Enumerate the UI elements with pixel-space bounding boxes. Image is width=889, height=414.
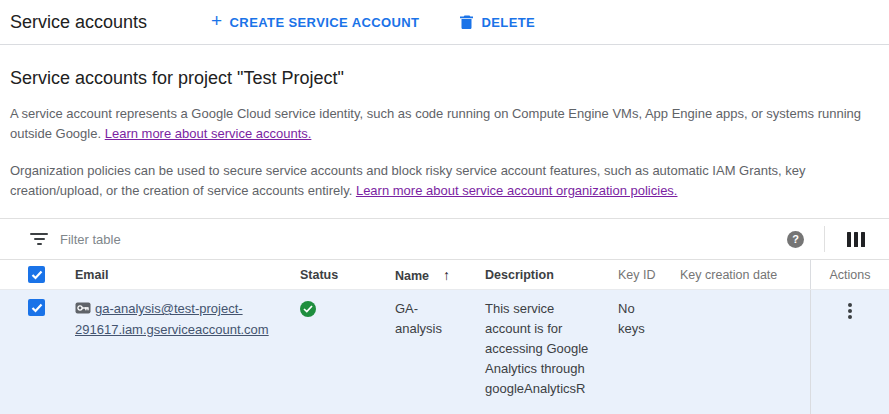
table-filter-bar: ?	[0, 219, 889, 260]
service-account-icon	[75, 300, 91, 320]
create-service-account-button[interactable]: + CREATE SERVICE ACCOUNT	[203, 9, 427, 36]
key-id-value: No keys	[618, 299, 652, 339]
row-key-creation-date-cell	[680, 290, 810, 414]
column-header-key-id[interactable]: Key ID	[618, 268, 680, 282]
toolbar-divider	[824, 226, 825, 252]
row-actions-menu-icon[interactable]	[842, 299, 858, 414]
delete-label: DELETE	[481, 15, 535, 30]
table-header-row: Email Status Name↑ Description Key ID Ke…	[0, 260, 889, 290]
row-key-id-cell: No keys	[618, 290, 680, 414]
service-account-email-link[interactable]: ga-analysis@test-project-291617.iam.gser…	[75, 301, 269, 337]
help-glyph: ?	[792, 233, 799, 245]
create-service-account-label: CREATE SERVICE ACCOUNT	[230, 15, 420, 30]
service-account-name: GA-analysis	[395, 299, 455, 339]
column-header-actions: Actions	[810, 260, 889, 289]
column-header-description[interactable]: Description	[485, 268, 618, 282]
section-heading: Service accounts for project "Test Proje…	[10, 68, 875, 89]
row-email-cell: ga-analysis@test-project-291617.iam.gser…	[75, 290, 300, 414]
intro-section: Service accounts for project "Test Proje…	[0, 45, 889, 201]
intro-paragraph-1: A service account represents a Google Cl…	[10, 104, 875, 144]
column-display-icon[interactable]	[845, 230, 867, 249]
filter-icon[interactable]	[30, 233, 48, 245]
sort-ascending-icon[interactable]: ↑	[443, 267, 450, 283]
trash-icon	[459, 14, 474, 30]
status-active-icon	[300, 301, 316, 317]
row-checkbox[interactable]	[28, 299, 45, 316]
row-status-cell	[300, 290, 395, 414]
column-header-email[interactable]: Email	[75, 268, 300, 282]
column-header-status[interactable]: Status	[300, 268, 395, 282]
column-header-name-label: Name	[395, 269, 429, 283]
row-description-cell: This service account is for accessing Go…	[485, 290, 618, 414]
learn-more-org-policies-link[interactable]: Learn more about service account organiz…	[356, 183, 678, 198]
row-name-cell: GA-analysis	[395, 290, 485, 414]
page-header: Service accounts + CREATE SERVICE ACCOUN…	[0, 0, 889, 45]
intro-paragraph-2: Organization policies can be used to sec…	[10, 161, 875, 201]
column-header-key-creation-date[interactable]: Key creation date	[680, 268, 810, 282]
row-select-cell	[0, 290, 75, 414]
learn-more-service-accounts-link[interactable]: Learn more about service accounts.	[105, 126, 312, 141]
plus-icon: +	[211, 14, 223, 28]
service-account-description: This service account is for accessing Go…	[485, 299, 597, 399]
select-all-cell	[0, 266, 75, 283]
help-icon[interactable]: ?	[787, 231, 804, 248]
filter-table-input[interactable]	[60, 232, 787, 247]
select-all-checkbox[interactable]	[28, 266, 45, 283]
table-row[interactable]: ga-analysis@test-project-291617.iam.gser…	[0, 290, 889, 414]
delete-button[interactable]: DELETE	[451, 8, 543, 36]
column-header-name[interactable]: Name↑	[395, 267, 485, 283]
page-title: Service accounts	[10, 12, 147, 33]
service-accounts-table: ? Email Status Name↑ Description Key ID …	[0, 218, 889, 414]
row-actions-cell	[810, 290, 889, 414]
